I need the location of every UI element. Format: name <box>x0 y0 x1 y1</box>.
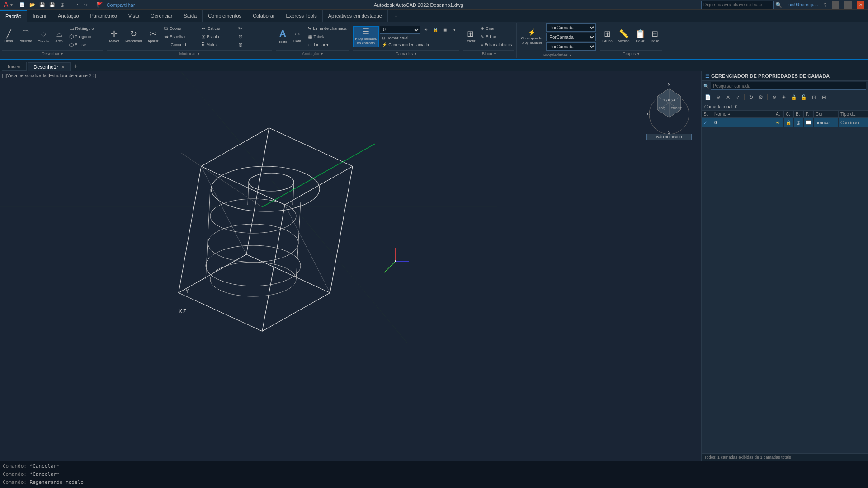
btn-layer-set-current[interactable]: ✓ <box>733 93 742 102</box>
win-minimize[interactable]: ─ <box>832 1 839 9</box>
cell-color-0[interactable] <box>804 118 814 127</box>
col-color-p[interactable]: P. <box>804 111 814 117</box>
btn-layer-color[interactable]: ◼ <box>440 25 449 34</box>
btn-layer-unisolate[interactable]: ⊞ <box>819 93 828 102</box>
qa-undo[interactable]: ↩ <box>72 1 80 9</box>
anotacao-expand[interactable]: ▾ <box>321 52 323 56</box>
qa-save[interactable]: 💾 <box>38 1 46 9</box>
tab-padrao[interactable]: Padrão <box>0 10 27 22</box>
col-activate[interactable]: A. <box>774 111 784 117</box>
group-props-label[interactable]: Propriedades ▾ <box>519 52 596 58</box>
btn-criar-bloco[interactable]: ✚ Criar <box>478 24 514 32</box>
group-camadas-label[interactable]: Camadas ▾ <box>353 50 459 57</box>
btn-texto[interactable]: A Texto <box>276 24 290 49</box>
btn-tomar-atual[interactable]: ⊠ Tomar atual <box>380 35 459 41</box>
btn-editar-atribs[interactable]: ≡ Editar atributos <box>478 41 514 48</box>
qa-redo[interactable]: ↪ <box>82 1 90 9</box>
btn-esticar[interactable]: ↔ Esticar <box>199 24 235 32</box>
btn-grupo[interactable]: ⊞ Grupo <box>600 24 614 49</box>
tab-complementos[interactable]: Complementos <box>203 10 247 22</box>
prop-lineweight-select[interactable]: PorCamada <box>546 42 596 51</box>
btn-linha-chamada[interactable]: ⤷ Linha de chamada <box>305 24 349 32</box>
btn-layer-unlock-all[interactable]: 🔓 <box>799 93 808 102</box>
layer-select[interactable]: 0 <box>380 26 420 34</box>
layer-search-input[interactable] <box>711 82 866 90</box>
btn-polilinha[interactable]: ⌒ Polilinha <box>16 24 34 49</box>
btn-mod-extra2[interactable]: ⊖ <box>236 33 272 40</box>
btn-mod-extra3[interactable]: ⊕ <box>236 41 272 48</box>
btn-layer-delete[interactable]: ✕ <box>723 93 732 102</box>
btn-layer-thaw-all[interactable]: ☀ <box>779 93 788 102</box>
btn-props-camada[interactable]: ☰ Propriedadesda camada <box>353 26 379 47</box>
cell-plot-0[interactable]: 🖨 <box>794 118 804 127</box>
btn-inserir-bloco[interactable]: ⊞ Inserir <box>463 24 477 49</box>
tab-anotacao[interactable]: Anotação <box>52 10 85 22</box>
group-grupos-label[interactable]: Grupos ▾ <box>600 50 661 57</box>
btn-tabela[interactable]: ▦ Tabela <box>305 33 349 40</box>
cell-name-0[interactable]: 0 <box>712 118 774 127</box>
btn-mod-extra1[interactable]: ✂ <box>236 24 272 32</box>
btn-copiar[interactable]: ⧉ Copiar <box>162 24 198 32</box>
col-tipo[interactable]: Tipo d... <box>839 111 868 117</box>
tab-iniciar[interactable]: Iniciar <box>2 62 27 71</box>
tab-gerenciar[interactable]: Gerenciar <box>145 10 178 22</box>
btn-colar[interactable]: 📋 Colar <box>633 24 647 49</box>
layer-row-0[interactable]: ✓ 0 ☀ 🔒 🖨 branco Contínuo <box>702 118 868 127</box>
tab-colaborar[interactable]: Colaborar <box>247 10 280 22</box>
drawing-area[interactable]: [-][Vista personalizada][Estrutura de ar… <box>0 71 701 461</box>
btn-layer-lock-all[interactable]: 🔒 <box>789 93 798 102</box>
tab-more[interactable]: ··· <box>388 10 403 22</box>
btn-medida[interactable]: 📏 Medida <box>616 24 632 49</box>
btn-cota[interactable]: ↔ Cota <box>291 24 304 49</box>
viewcube[interactable]: TOPO ESQ FRONT N L S O Não nomeado <box>646 80 692 126</box>
cell-lock-0[interactable]: 🔒 <box>784 118 794 127</box>
qa-open[interactable]: 📂 <box>28 1 36 9</box>
btn-arco[interactable]: ⌓ Arco <box>52 24 66 49</box>
btn-layer-new[interactable]: 📄 <box>703 93 712 102</box>
canvas-viewport[interactable]: Y Z X <box>0 71 701 461</box>
btn-elipse[interactable]: ⬭ Elipse <box>67 41 103 48</box>
tab-inserir[interactable]: Inserir <box>27 10 52 22</box>
win-maximize[interactable]: □ <box>844 1 852 9</box>
btn-layer-freeze-all[interactable]: ❄ <box>769 93 778 102</box>
cell-activate-0[interactable]: ☀ <box>774 118 784 127</box>
btn-mover[interactable]: ✛ Mover <box>107 24 122 49</box>
btn-matriz[interactable]: ⠿ Matriz <box>199 41 235 48</box>
group-anotacao-label[interactable]: Anotação ▾ <box>276 50 349 57</box>
btn-layer-new-frozen[interactable]: ❄ <box>713 93 722 102</box>
col-lock[interactable]: C. <box>784 111 794 117</box>
group-modificar-label[interactable]: Modificar ▾ <box>107 50 272 57</box>
qa-new[interactable]: 📄 <box>18 1 26 9</box>
close-tab-desenho1[interactable]: ✕ <box>61 65 65 70</box>
btn-corresponder-camada[interactable]: ⚡ Corresponder camada <box>380 42 459 48</box>
modificar-expand[interactable]: ▾ <box>198 52 199 56</box>
btn-aparar[interactable]: ✂ Aparar <box>146 24 161 49</box>
group-desenhar-label[interactable]: Desenhar ▾ <box>2 50 103 57</box>
tab-vista[interactable]: Vista <box>123 10 145 22</box>
tab-saida[interactable]: Saída <box>178 10 203 22</box>
btn-layer-more[interactable]: ▾ <box>450 25 459 34</box>
tab-desenho1[interactable]: Desenho1* ✕ <box>28 62 70 71</box>
btn-circulo[interactable]: ○ Círculo <box>35 24 51 49</box>
btn-layer-iso[interactable]: ⊡ <box>809 93 818 102</box>
btn-layer-lock[interactable]: 🔒 <box>431 25 440 34</box>
bloco-expand[interactable]: ▾ <box>494 52 496 56</box>
btn-linear[interactable]: ↔ Linear ▾ <box>305 41 349 48</box>
col-name[interactable]: Nome ▲ <box>712 111 774 117</box>
qa-plot[interactable]: 🖨 <box>58 1 66 9</box>
prop-linetype-select[interactable]: PorCamada <box>546 33 596 41</box>
btn-espelhar[interactable]: ⇔ Espelhar <box>162 33 198 40</box>
tab-express[interactable]: Express Tools <box>280 10 322 22</box>
add-tab-btn[interactable]: + <box>71 61 81 71</box>
tab-destaque[interactable]: Aplicativos em destaque <box>323 10 388 22</box>
col-plot[interactable]: B. <box>794 111 804 117</box>
tab-parametrico[interactable]: Paramétrico <box>85 10 123 22</box>
qa-saveas[interactable]: 💾 <box>48 1 56 9</box>
grupos-expand[interactable]: ▾ <box>637 52 639 56</box>
group-bloco-label[interactable]: Bloco ▾ <box>463 50 514 57</box>
btn-concord[interactable]: ⌒ Concord. <box>162 41 198 48</box>
camadas-expand[interactable]: ▾ <box>415 52 416 56</box>
btn-layer-vis[interactable]: ☀ <box>421 25 430 34</box>
btn-editar-bloco[interactable]: ✎ Editar <box>478 33 514 40</box>
search-input[interactable] <box>701 1 774 9</box>
